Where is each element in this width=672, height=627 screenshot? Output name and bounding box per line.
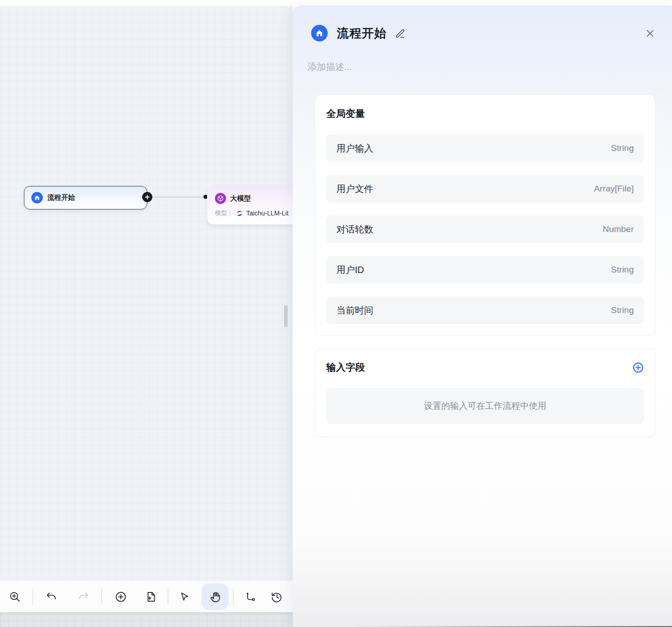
canvas-vertical-scrollbar[interactable] <box>284 305 288 327</box>
plus-circle-icon <box>632 362 644 373</box>
undo-button[interactable] <box>42 587 60 606</box>
undo-icon <box>45 591 58 603</box>
toolbar-divider <box>168 588 168 605</box>
taichu-logo-icon <box>236 209 243 217</box>
model-value: Taichu-LLM-Lit <box>246 209 289 217</box>
variable-row: 当前时间 String <box>326 296 644 324</box>
canvas-toolbar <box>0 581 293 612</box>
select-tool-button[interactable] <box>175 587 193 606</box>
empty-hint-text: 设置的输入可在工作流程中使用 <box>424 400 546 412</box>
variable-row: 对话轮数 Number <box>326 215 644 243</box>
toolbar-divider <box>32 588 33 605</box>
pencil-icon <box>394 27 406 39</box>
close-panel-button[interactable] <box>645 28 655 39</box>
connector-icon <box>244 591 257 603</box>
pan-tool-button[interactable] <box>206 587 224 606</box>
file-plus-icon <box>145 591 157 603</box>
node-llm-title: 大模型 <box>230 194 251 203</box>
variable-label: 用户文件 <box>336 183 373 195</box>
variable-row: 用户ID String <box>326 256 644 284</box>
variable-type: String <box>611 143 634 153</box>
input-fields-card: 输入字段 设置的输入可在工作流程中使用 <box>315 348 655 437</box>
connector-tool-button[interactable] <box>241 587 260 606</box>
close-icon <box>645 28 655 39</box>
toolbar-divider <box>101 588 102 605</box>
global-variables-heading: 全局变量 <box>326 107 644 121</box>
cube-icon <box>215 193 226 204</box>
toolbar-divider <box>233 588 234 605</box>
variable-label: 用户输入 <box>336 142 373 155</box>
panel-title: 流程开始 <box>337 25 387 41</box>
variable-type: Number <box>602 224 634 234</box>
add-node-button[interactable] <box>111 587 130 606</box>
edit-title-button[interactable] <box>394 27 406 39</box>
magnifier-plus-icon <box>9 591 21 603</box>
node-config-panel: 流程开始 添加描述... 全局变量 用户输入 String 用户文件 Array… <box>293 6 672 627</box>
panel-header: 流程开始 <box>293 6 672 41</box>
variable-row: 用户文件 Array[File] <box>326 175 644 203</box>
output-port-add-button[interactable] <box>142 192 152 202</box>
flow-start-icon <box>311 25 328 41</box>
variable-label: 用户ID <box>336 264 364 276</box>
plus-circle-icon <box>115 591 127 603</box>
variable-label: 对话轮数 <box>336 223 373 236</box>
redo-icon <box>77 591 90 603</box>
hand-icon <box>209 591 221 603</box>
plus-icon <box>145 194 150 200</box>
input-fields-heading: 输入字段 <box>326 360 365 374</box>
history-button[interactable] <box>267 587 286 606</box>
canvas-bottom-strip <box>0 612 293 627</box>
empty-hint-box: 设置的输入可在工作流程中使用 <box>326 388 644 424</box>
variable-label: 当前时间 <box>336 304 373 317</box>
global-variables-card: 全局变量 用户输入 String 用户文件 Array[File] 对话轮数 N… <box>315 94 655 336</box>
variable-type: String <box>611 265 634 275</box>
add-input-field-button[interactable] <box>632 362 644 373</box>
redo-button[interactable] <box>74 587 93 606</box>
workflow-canvas[interactable]: 流程开始 大模型 模型： Taichu-LLM-Lit <box>0 6 293 627</box>
node-flow-start-title: 流程开始 <box>47 193 75 202</box>
description-input[interactable]: 添加描述... <box>307 61 654 73</box>
variable-type: String <box>611 305 634 315</box>
home-icon <box>31 192 43 203</box>
connection-edge <box>152 197 204 197</box>
variable-type: Array[File] <box>594 184 634 194</box>
cursor-icon <box>178 591 191 603</box>
add-note-button[interactable] <box>141 587 160 606</box>
variable-row: 用户输入 String <box>326 134 644 162</box>
zoom-in-button[interactable] <box>6 587 24 606</box>
model-label: 模型： <box>215 209 233 217</box>
node-llm[interactable]: 大模型 模型： Taichu-LLM-Lit <box>207 186 293 225</box>
node-flow-start[interactable]: 流程开始 <box>24 186 147 209</box>
history-icon <box>271 591 283 603</box>
